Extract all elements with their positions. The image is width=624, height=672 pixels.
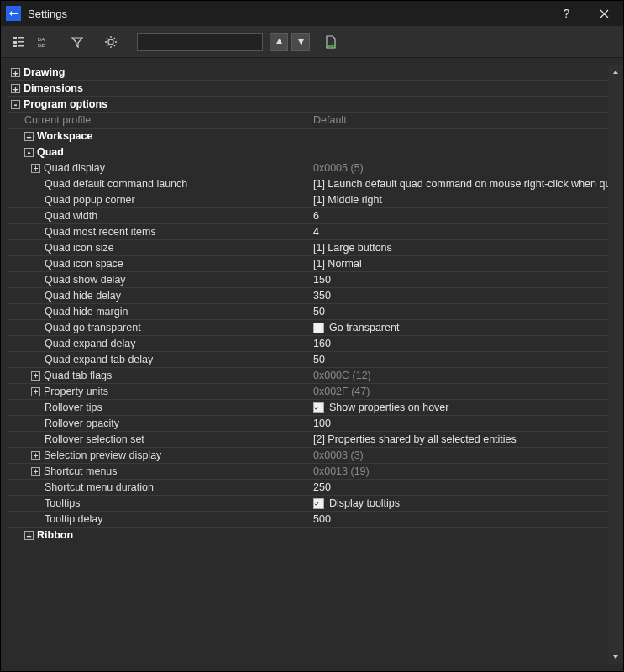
svg-rect-0 <box>13 37 17 39</box>
minus-icon[interactable]: - <box>11 100 20 109</box>
scroll-down-icon[interactable] <box>608 649 623 664</box>
row-quad-icon-size[interactable]: Quad icon size [1] Large buttons <box>8 240 608 256</box>
svg-text:DA: DA <box>38 37 45 42</box>
row-rollover-opacity[interactable]: Rollover opacity 100 <box>8 416 608 432</box>
setting-value[interactable]: 250 <box>310 480 608 495</box>
search-next-button[interactable] <box>291 33 310 51</box>
setting-value[interactable]: Show properties on hover <box>310 400 608 415</box>
row-quad-expand-delay[interactable]: Quad expand delay 160 <box>8 336 608 352</box>
setting-label: Shortcut menu duration <box>45 480 154 495</box>
plus-icon[interactable]: + <box>11 84 20 93</box>
plus-icon[interactable]: + <box>31 467 40 476</box>
setting-label: Quad show delay <box>45 272 126 287</box>
row-quad-tab-flags[interactable]: +Quad tab flags 0x000C (12) <box>8 368 608 384</box>
row-quad-hide-delay[interactable]: Quad hide delay 350 <box>8 288 608 304</box>
row-quad-icon-space[interactable]: Quad icon space [1] Normal <box>8 256 608 272</box>
svg-rect-4 <box>18 41 24 43</box>
filter-icon[interactable] <box>66 31 88 53</box>
setting-value[interactable]: Go transparent <box>310 320 608 335</box>
row-quad-width[interactable]: Quad width 6 <box>8 208 608 224</box>
gear-icon[interactable] <box>100 31 122 53</box>
row-selection-preview-display[interactable]: +Selection preview display 0x0003 (3) <box>8 448 608 464</box>
categorized-view-icon[interactable] <box>8 31 29 53</box>
svg-line-15 <box>107 45 108 46</box>
svg-line-13 <box>107 38 108 39</box>
search-input-wrap <box>137 33 263 51</box>
row-tooltips[interactable]: Tooltips Display tooltips <box>8 496 608 512</box>
close-button[interactable] <box>585 1 623 26</box>
section-ribbon[interactable]: +Ribbon <box>8 528 608 543</box>
row-quad-go-transparent[interactable]: Quad go transparent Go transparent <box>8 320 608 336</box>
svg-rect-2 <box>13 45 17 47</box>
vertical-scrollbar[interactable] <box>608 65 623 664</box>
row-property-units[interactable]: +Property units 0x002F (47) <box>8 384 608 400</box>
svg-line-16 <box>114 38 116 39</box>
scrollbar-track[interactable] <box>608 80 623 649</box>
settings-tree[interactable]: +Drawing +Dimensions -Program options Cu… <box>8 65 608 664</box>
section-quad[interactable]: -Quad <box>8 144 608 160</box>
row-quad-popup-corner[interactable]: Quad popup corner [1] Middle right <box>8 192 608 208</box>
setting-value[interactable]: [1] Large buttons <box>310 240 608 255</box>
setting-value: 0x0013 (19) <box>310 464 608 479</box>
setting-value: Default <box>310 113 608 128</box>
plus-icon[interactable]: + <box>31 371 40 381</box>
toolbar: DADZ <box>1 26 623 58</box>
scroll-up-icon[interactable] <box>608 65 623 80</box>
setting-label: Quad most recent items <box>45 224 156 239</box>
setting-label: Quad icon space <box>45 256 123 271</box>
search-prev-button[interactable] <box>270 33 288 51</box>
plus-icon[interactable]: + <box>31 451 40 460</box>
row-rollover-tips[interactable]: Rollover tips Show properties on hover <box>8 400 608 416</box>
help-button[interactable]: ? <box>548 1 585 26</box>
setting-value[interactable]: 350 <box>310 288 608 303</box>
alphabetical-view-icon[interactable]: DADZ <box>33 31 55 53</box>
setting-value[interactable]: 6 <box>310 208 608 223</box>
minus-icon[interactable]: - <box>24 148 34 157</box>
row-quad-most-recent[interactable]: Quad most recent items 4 <box>8 224 608 240</box>
setting-value[interactable]: 4 <box>310 224 608 239</box>
row-current-profile[interactable]: Current profile Default <box>8 113 608 129</box>
setting-value[interactable]: [2] Properties shared by all selected en… <box>310 432 608 447</box>
setting-value[interactable]: 50 <box>310 352 608 367</box>
setting-value[interactable]: 100 <box>310 416 608 431</box>
row-quad-show-delay[interactable]: Quad show delay 150 <box>8 272 608 288</box>
section-workspace[interactable]: +Workspace <box>8 129 608 144</box>
plus-icon[interactable]: + <box>24 531 34 540</box>
plus-icon[interactable]: + <box>24 132 34 141</box>
svg-point-8 <box>108 39 113 45</box>
svg-rect-3 <box>18 37 24 39</box>
row-shortcut-menu-duration[interactable]: Shortcut menu duration 250 <box>8 480 608 496</box>
setting-value[interactable]: Display tooltips <box>310 496 608 511</box>
setting-value[interactable]: [1] Normal <box>310 256 608 271</box>
setting-value[interactable]: [1] Launch default quad command on mouse… <box>310 176 608 192</box>
setting-label: Quad expand tab delay <box>45 352 153 367</box>
row-shortcut-menus[interactable]: +Shortcut menus 0x0013 (19) <box>8 464 608 480</box>
row-rollover-selection-set[interactable]: Rollover selection set [2] Properties sh… <box>8 432 608 448</box>
row-tooltip-delay[interactable]: Tooltip delay 500 <box>8 512 608 528</box>
app-icon <box>6 6 21 21</box>
search-input[interactable] <box>138 34 262 50</box>
svg-rect-5 <box>18 45 24 47</box>
section-dimensions[interactable]: +Dimensions <box>8 81 608 97</box>
section-label: Drawing <box>24 65 65 80</box>
plus-icon[interactable]: + <box>31 164 40 173</box>
plus-icon[interactable]: + <box>31 387 40 396</box>
setting-value[interactable]: [1] Middle right <box>310 192 608 207</box>
svg-rect-1 <box>13 41 17 44</box>
plus-icon[interactable]: + <box>11 68 20 77</box>
export-icon[interactable] <box>322 33 340 51</box>
section-drawing[interactable]: +Drawing <box>8 65 608 81</box>
row-quad-default-command[interactable]: Quad default command launch [1] Launch d… <box>8 176 608 192</box>
checkbox-checked[interactable] <box>313 402 324 413</box>
setting-value[interactable]: 50 <box>310 304 608 319</box>
setting-label: Rollover opacity <box>45 416 119 431</box>
row-quad-display[interactable]: +Quad display 0x0005 (5) <box>8 160 608 176</box>
checkbox-unchecked[interactable] <box>313 323 324 333</box>
section-program-options[interactable]: -Program options <box>8 97 608 113</box>
row-quad-expand-tab-delay[interactable]: Quad expand tab delay 50 <box>8 352 608 368</box>
row-quad-hide-margin[interactable]: Quad hide margin 50 <box>8 304 608 320</box>
checkbox-checked[interactable] <box>313 498 324 509</box>
setting-value[interactable]: 150 <box>310 272 608 287</box>
setting-value[interactable]: 500 <box>310 512 608 527</box>
setting-value[interactable]: 160 <box>310 336 608 351</box>
